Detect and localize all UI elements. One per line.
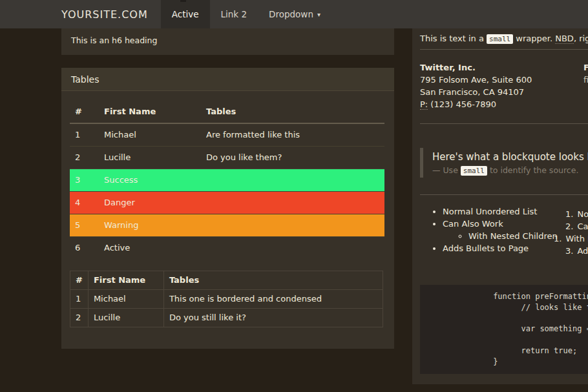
inline-code-small: small	[461, 166, 487, 176]
tables-panel-body: #First NameTables 1MichaelAre formatted …	[61, 91, 394, 349]
small-wrapper-text: This is text in a small wrapper. NBD, ri…	[420, 33, 588, 45]
address-line: San Francisco, CA 94107	[420, 86, 588, 98]
column-header: First Name	[99, 101, 201, 123]
list-item: 1.Normal Ordered List	[565, 208, 588, 220]
list-item-label: Adds Numbers to Page	[577, 245, 588, 257]
address-name: Full Name	[583, 61, 588, 74]
table-row: 1MichaelAre formatted like this	[70, 123, 384, 147]
table-row: 5Warning	[70, 214, 384, 237]
phone-number: (123) 456-7890	[428, 99, 496, 109]
column-header: Tables	[163, 271, 383, 290]
ordered-list: 1.Normal Ordered List2.Can Also Work1.Wi…	[552, 208, 588, 257]
navbar-items: ActiveLink 2Dropdown▾	[161, 0, 331, 28]
table-cell: Are formatted like this	[201, 123, 384, 147]
list-item: 3.Adds Numbers to Page	[565, 245, 588, 257]
basic-table-head: #First NameTables	[70, 101, 384, 123]
list-marker: 3.	[565, 245, 573, 257]
address-name: Twitter, Inc.	[420, 61, 588, 74]
list-marker: 1.	[554, 232, 562, 245]
bordered-table: #First NameTables 1MichaelThis one is bo…	[70, 271, 383, 327]
column-header: Tables	[201, 101, 384, 123]
text-fragment: , right?	[574, 34, 588, 43]
left-column: This is an h6 heading Tables #First Name…	[61, 28, 394, 349]
table-cell: Do you still like it?	[163, 309, 383, 327]
table-cell	[201, 214, 384, 237]
divider	[420, 194, 588, 195]
nav-item-label: Active	[172, 9, 199, 19]
basic-table: #First NameTables 1MichaelAre formatted …	[70, 101, 384, 259]
h6-heading-text: This is an h6 heading	[71, 36, 157, 45]
tables-panel-heading: Tables	[61, 68, 394, 91]
caret-down-icon: ▾	[317, 11, 320, 18]
active-tab-notch	[180, 0, 186, 2]
text-fragment: — Use	[432, 165, 461, 175]
tables-panel: Tables #First NameTables 1MichaelAre for…	[61, 68, 394, 349]
address-twitter: Twitter, Inc. 795 Folsom Ave, Suite 600 …	[420, 61, 588, 110]
nav-item-dropdown[interactable]: Dropdown▾	[258, 0, 331, 28]
table-cell: Lucille	[88, 309, 163, 327]
table-cell: Michael	[99, 123, 201, 147]
address-email[interactable]: first.last@example.com	[583, 74, 588, 86]
table-cell: Success	[99, 169, 201, 192]
nav-item-label: Dropdown	[269, 9, 313, 19]
address-full-name: Full Name first.last@example.com	[583, 61, 588, 86]
h6-heading-panel: This is an h6 heading	[61, 28, 394, 55]
table-cell	[201, 237, 384, 260]
table-row: 3Success	[70, 169, 384, 192]
navbar-brand[interactable]: YOURSITE.COM	[61, 0, 148, 28]
text-fragment: This is text in a	[420, 34, 487, 43]
list-marker: 1.	[565, 208, 573, 220]
blockquote-footer: — Use small to identify the source.	[432, 165, 588, 176]
table-cell: Lucille	[99, 147, 201, 169]
nav-item-active[interactable]: Active	[161, 0, 210, 28]
list-item-label: With Nested Children	[565, 232, 588, 245]
column-header: #	[70, 271, 89, 290]
list-item: 1.With Nested Children	[554, 232, 588, 245]
abbr-nbd: NBD	[555, 34, 574, 44]
nav-item-link-2[interactable]: Link 2	[210, 0, 258, 28]
blockquote: Here's what a blockquote looks like in b…	[420, 148, 588, 178]
blockquote-text: Here's what a blockquote looks like in b…	[432, 150, 588, 164]
column-header: First Name	[88, 271, 163, 290]
table-row: 1MichaelThis one is bordered and condens…	[70, 290, 383, 309]
table-cell	[201, 192, 384, 214]
table-cell: 6	[70, 237, 99, 260]
list-item-label: Can Also Work	[577, 220, 588, 232]
abbr-phone: P:	[420, 99, 428, 110]
table-cell: 1	[70, 290, 89, 309]
address-phone: P: (123) 456-7890	[420, 98, 588, 110]
text-fragment: to identify the source.	[487, 165, 578, 175]
table-cell: Danger	[99, 192, 201, 214]
column-header: #	[70, 101, 99, 123]
table-cell: 1	[70, 123, 99, 147]
list-marker: 2.	[565, 220, 573, 232]
code-block: function preFormatting() { // looks like…	[420, 285, 588, 374]
navbar: YOURSITE.COM ActiveLink 2Dropdown▾	[0, 0, 588, 28]
table-cell: 2	[70, 147, 99, 169]
basic-table-body: 1MichaelAre formatted like this2LucilleD…	[70, 123, 384, 259]
inline-code-small: small	[487, 34, 513, 44]
table-cell: 5	[70, 214, 99, 237]
text-fragment: wrapper.	[513, 34, 555, 43]
list-item-label: Normal Ordered List	[577, 208, 588, 220]
address-line: 795 Folsom Ave, Suite 600	[420, 74, 588, 86]
divider	[420, 123, 588, 124]
table-cell: 3	[70, 169, 99, 192]
nav-item-label: Link 2	[221, 9, 247, 19]
tables-panel-title: Tables	[71, 74, 100, 85]
table-cell: Do you like them?	[201, 147, 384, 169]
table-cell: Michael	[88, 290, 163, 309]
table-header-row: #First NameTables	[70, 101, 384, 123]
table-cell: This one is bordered and condensed	[163, 290, 383, 309]
bordered-table-body: 1MichaelThis one is bordered and condens…	[70, 290, 383, 327]
table-row: 4Danger	[70, 192, 384, 214]
right-column: This is text in a small wrapper. NBD, ri…	[412, 28, 588, 384]
address-row: Twitter, Inc. 795 Folsom Ave, Suite 600 …	[420, 61, 588, 110]
list-item: 2.Can Also Work	[565, 220, 588, 232]
bordered-table-head: #First NameTables	[70, 271, 383, 290]
table-row: 2LucilleDo you like them?	[70, 147, 384, 169]
table-cell	[201, 169, 384, 192]
table-cell: Warning	[99, 214, 201, 237]
table-cell: Active	[99, 237, 201, 260]
table-row: 2LucilleDo you still like it?	[70, 309, 383, 327]
